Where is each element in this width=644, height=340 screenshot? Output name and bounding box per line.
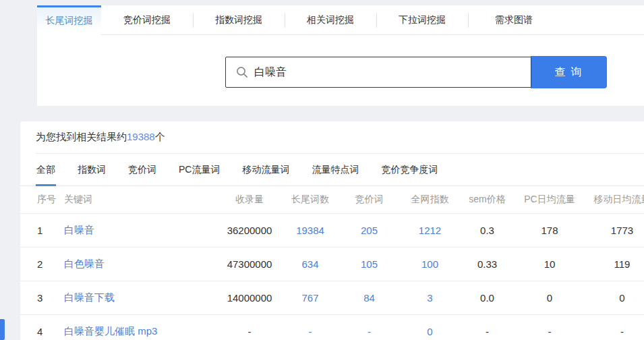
row-index: 4 [20,326,64,337]
bidword-link[interactable]: 205 [347,225,391,236]
search-panel: 长尾词挖掘 竞价词挖掘 指数词挖掘 相关词挖掘 下拉词挖掘 需求图谱 查 询 [37,5,644,106]
tab-label: 长尾词挖掘 [46,15,93,27]
col-header-sem-price: sem价格 [469,194,506,206]
col-header-pc-daily: PC日均流量 [506,194,593,206]
col-header-indexed-pages: 收录量 [226,194,273,206]
main-tabbar: 长尾词挖掘 竞价词挖掘 指数词挖掘 相关词挖掘 下拉词挖掘 需求图谱 [37,5,644,35]
keyword-search-input[interactable] [254,57,531,87]
sem-price: - [469,326,506,337]
search-input-box[interactable] [225,57,531,88]
filter-tab-bidword[interactable]: 竞价词 [127,154,157,186]
filter-tab-bid-competition[interactable]: 竞价竞争度词 [380,154,438,186]
tab-longtail-mining[interactable]: 长尾词挖掘 [37,5,101,35]
col-header-mobile-daily: 移动日均流量 [593,194,644,206]
mobile-daily: 119 [593,258,644,270]
longtail-count-link[interactable]: 767 [273,292,347,304]
filter-tab-pc-traffic[interactable]: PC流量词 [178,154,221,186]
query-button[interactable]: 查 询 [531,56,607,88]
col-header-keyword: 关键词 [64,194,226,206]
filter-tab-all[interactable]: 全部 [36,154,56,186]
mobile-daily: 0 [593,292,644,304]
overall-index-link[interactable]: 0 [391,326,469,337]
row-index: 1 [20,225,64,236]
table-row: 4 白噪音婴儿催眠 mp3 - - - 0 - - - [20,315,644,340]
filter-tab-mobile-traffic[interactable]: 移动流量词 [241,154,290,186]
keyword-link[interactable]: 白噪音婴儿催眠 mp3 [64,325,226,338]
row-index: 2 [20,258,64,270]
col-header-overall-index: 全网指数 [391,194,469,206]
tab-label: 下拉词挖掘 [399,14,446,26]
indexed-pages: 36200000 [226,225,273,236]
table-header-row: 序号 关键词 收录量 长尾词数 竞价词 全网指数 sem价格 PC日均流量 移动… [20,186,644,214]
indexed-pages: 14000000 [226,292,273,304]
tab-indexword-mining[interactable]: 指数词挖掘 [193,5,285,35]
col-header-bidword: 竞价词 [347,194,391,206]
tab-dropdownword-mining[interactable]: 下拉词挖掘 [376,5,468,35]
longtail-count-link[interactable]: - [273,326,347,337]
col-header-longtail-count: 长尾词数 [273,194,347,206]
overall-index-link[interactable]: 1212 [391,225,469,236]
tab-relatedword-mining[interactable]: 相关词挖掘 [285,5,376,35]
tab-bidword-mining[interactable]: 竞价词挖掘 [101,5,193,35]
mobile-daily: 1773 [593,225,644,236]
overall-index-link[interactable]: 100 [391,258,469,270]
overall-index-link[interactable]: 3 [391,292,469,304]
tab-label: 相关词挖掘 [307,14,354,26]
sem-price: 0.3 [469,225,506,236]
row-index: 3 [20,292,64,304]
results-count: 19388 [127,131,155,142]
bidword-link[interactable]: 84 [347,292,391,304]
longtail-count-link[interactable]: 19384 [273,225,347,236]
results-suffix: 个 [155,131,165,142]
indexed-pages: - [226,326,273,337]
keyword-link[interactable]: 白色噪音 [64,258,226,271]
bidword-link[interactable]: - [347,326,391,337]
bidword-link[interactable]: 105 [347,258,391,270]
tab-label: 需求图谱 [495,14,533,26]
pc-daily: - [506,326,593,337]
keyword-link[interactable]: 白噪音 [64,224,226,237]
results-prefix: 为您找到相关结果约 [36,131,127,142]
filter-tab-indexword[interactable]: 指数词 [77,154,107,186]
indexed-pages: 47300000 [226,258,273,270]
search-icon [236,66,248,78]
table-row: 1 白噪音 36200000 19384 205 1212 0.3 178 17… [20,214,644,248]
tab-label: 指数词挖掘 [215,14,262,26]
pc-daily: 178 [506,225,593,236]
pc-daily: 10 [506,258,593,270]
tab-label: 竞价词挖掘 [123,14,171,26]
mobile-daily: - [593,326,644,337]
sem-price: 0.33 [469,258,506,270]
table-row: 2 白色噪音 47300000 634 105 100 0.33 10 119 [20,248,644,281]
keyword-table: 序号 关键词 收录量 长尾词数 竞价词 全网指数 sem价格 PC日均流量 移动… [20,186,644,340]
search-bar: 查 询 [225,56,644,88]
filter-tabbar: 全部 指数词 竞价词 PC流量词 移动流量词 流量特点词 竞价竞争度词 [20,154,644,186]
sem-price: 0.0 [469,292,506,304]
pc-daily: 0 [506,292,593,304]
table-row: 3 白噪音下载 14000000 767 84 3 0.0 0 0 [20,281,644,315]
longtail-count-link[interactable]: 634 [273,258,347,270]
results-panel: 为您找到相关结果约19388个 全部 指数词 竞价词 PC流量词 移动流量词 流… [20,121,644,340]
keyword-link[interactable]: 白噪音下载 [64,291,226,304]
tab-demand-graph[interactable]: 需求图谱 [468,5,560,35]
side-floating-widget[interactable] [0,319,5,340]
results-summary: 为您找到相关结果约19388个 [20,121,644,144]
filter-tab-traffic-feature[interactable]: 流量特点词 [311,154,359,186]
col-header-index: 序号 [20,194,64,206]
